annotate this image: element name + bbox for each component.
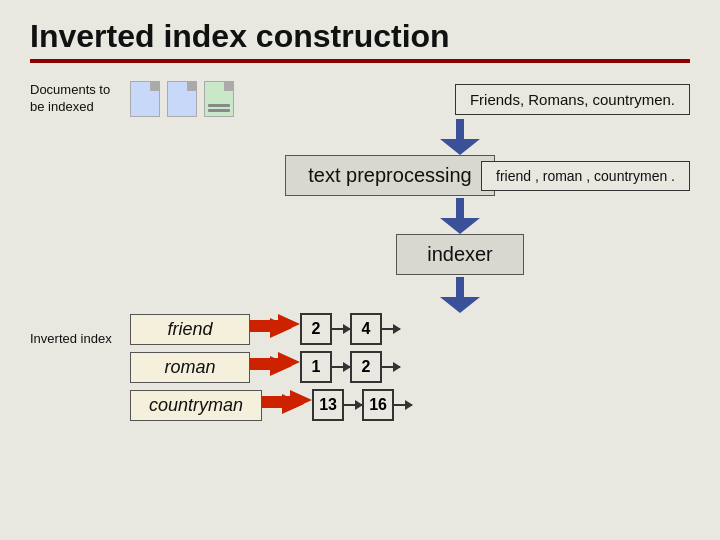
posting-end-3 xyxy=(394,404,412,406)
doc-icon-2 xyxy=(167,81,197,117)
posting-end-2 xyxy=(382,366,400,368)
indexer-box: indexer xyxy=(396,234,524,275)
doc-icon-1 xyxy=(130,81,160,117)
docs-label: Documents to be indexed xyxy=(30,82,120,116)
posting-connector-3 xyxy=(344,404,362,406)
svg-rect-0 xyxy=(456,119,464,139)
term-friend: friend xyxy=(130,314,250,345)
svg-rect-2 xyxy=(456,198,464,218)
bottom-section: Inverted index friend 2 4 xyxy=(30,313,690,421)
doc-icons xyxy=(130,81,234,117)
svg-marker-3 xyxy=(440,218,480,234)
term-row-friend: friend 2 4 xyxy=(130,313,412,345)
posting-roman-1: 1 xyxy=(300,351,332,383)
term-roman: roman xyxy=(130,352,250,383)
friends-box: Friends, Romans, countrymen. xyxy=(455,84,690,115)
red-arrow-friend xyxy=(250,314,300,344)
page-title: Inverted index construction xyxy=(30,18,690,55)
svg-marker-1 xyxy=(440,139,480,155)
posting-roman-2: 2 xyxy=(350,351,382,383)
red-arrow-countryman xyxy=(262,390,312,420)
red-arrow-roman xyxy=(250,352,300,382)
terms-column: friend 2 4 roman xyxy=(130,313,412,421)
posting-end-1 xyxy=(382,328,400,330)
arrow-down-1 xyxy=(130,119,720,155)
posting-connector-1 xyxy=(332,328,350,330)
posting-friend-2: 4 xyxy=(350,313,382,345)
doc-icon-3 xyxy=(204,81,234,117)
token-box: friend , roman , countrymen . xyxy=(481,161,690,191)
inverted-index-label: Inverted index xyxy=(30,313,120,346)
term-countryman: countryman xyxy=(130,390,262,421)
svg-marker-5 xyxy=(440,297,480,313)
preprocess-box: text preprocessing xyxy=(285,155,494,196)
posting-countryman-1: 13 xyxy=(312,389,344,421)
posting-countryman-2: 16 xyxy=(362,389,394,421)
term-row-roman: roman 1 2 xyxy=(130,351,412,383)
posting-connector-2 xyxy=(332,366,350,368)
arrow-down-2 xyxy=(130,198,720,234)
arrow-down-3 xyxy=(130,277,720,313)
title-underline xyxy=(30,59,690,63)
page: Inverted index construction Documents to… xyxy=(0,0,720,540)
svg-rect-4 xyxy=(456,277,464,297)
term-row-countryman: countryman 13 16 xyxy=(130,389,412,421)
posting-friend-1: 2 xyxy=(300,313,332,345)
